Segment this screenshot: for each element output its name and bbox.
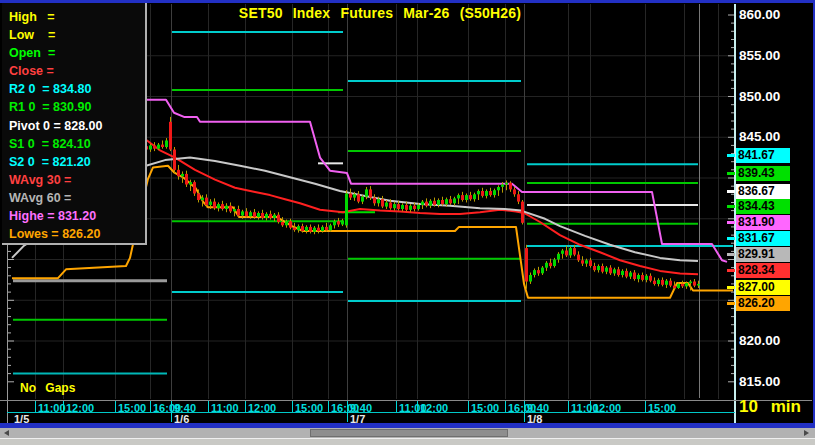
candle-body [233, 209, 236, 211]
candle-body [341, 220, 344, 224]
scroll-right-icon[interactable] [804, 430, 809, 436]
candle-body [281, 222, 284, 225]
candle-body [697, 284, 700, 286]
price-axis-label: 860.00 [739, 7, 780, 22]
candle-body [257, 213, 260, 217]
candle-body [205, 198, 208, 205]
candle-body [377, 199, 380, 203]
candle-body [581, 260, 584, 263]
candle-body [165, 141, 168, 148]
candle-body [325, 227, 328, 230]
candle-body [465, 195, 468, 200]
candle-body [681, 284, 684, 286]
candle-body [613, 269, 616, 273]
candle-body [373, 198, 376, 204]
candle-body [433, 201, 436, 205]
candle-body [337, 221, 340, 224]
candle-body [393, 204, 396, 208]
legend-row: Low = [9, 26, 145, 44]
candle-body [293, 228, 296, 230]
scrollbar-thumb[interactable] [310, 429, 508, 437]
candle-body [461, 195, 464, 200]
candle-body [265, 214, 268, 218]
candle-body [653, 281, 656, 284]
candle-body [673, 286, 676, 288]
candle-body [213, 202, 216, 209]
price-tag-label: 831.90 [736, 215, 790, 230]
price-axis-label: 820.00 [739, 333, 780, 348]
candle-body [429, 201, 432, 206]
candle-body [353, 194, 356, 197]
candle-body [569, 248, 572, 255]
candle-body [645, 276, 648, 280]
candle-body [421, 202, 424, 205]
candle-body [493, 190, 496, 195]
candle-body [313, 228, 316, 232]
candle-body [505, 183, 508, 185]
candle-body [329, 225, 332, 230]
candle-body [149, 145, 152, 149]
legend-row: S1 0 = 824.10 [9, 135, 145, 153]
trading-app-window: SET50 Index Futures Mar-26 (S50H26) High… [0, 0, 815, 445]
candle-body [157, 145, 160, 149]
legend-row: Open = [9, 44, 145, 62]
candle-body [409, 206, 412, 210]
candle-body [305, 227, 308, 231]
candle-body [173, 150, 176, 170]
candle-body [225, 206, 228, 209]
candle-body [317, 228, 320, 231]
candle-body [357, 194, 360, 201]
candle-body [509, 183, 512, 190]
candle-body [549, 263, 552, 266]
legend-panel: High =Low =Open =Close =R2 0 = 834.80R1 … [2, 3, 147, 245]
candle-body [209, 202, 212, 205]
candle-body [365, 189, 368, 196]
candle-body [641, 275, 644, 280]
legend-row: R1 0 = 830.90 [9, 98, 145, 116]
price-tag-label: 841.67 [736, 148, 790, 163]
candle-body [185, 174, 188, 185]
no-gaps-label: No Gaps [20, 381, 75, 395]
candle-body [525, 248, 528, 281]
candle-body [221, 204, 224, 209]
candle-body [457, 195, 460, 198]
time-tick-label: 11:00 [38, 402, 66, 414]
candle-body [241, 211, 244, 215]
candle-body [397, 204, 400, 209]
time-tick-label: 12:00 [248, 402, 276, 414]
candle-body [605, 268, 608, 272]
candle-body [473, 194, 476, 199]
window-bottom-strip [0, 438, 815, 445]
candle-body [497, 187, 500, 190]
candle-body [557, 254, 560, 260]
candle-body [481, 191, 484, 196]
candle-body [621, 271, 624, 275]
candle-body [637, 275, 640, 279]
candle-body [269, 214, 272, 218]
candle-body [245, 211, 248, 216]
candle-body [585, 260, 588, 263]
candle-body [381, 199, 384, 206]
candle-body [513, 189, 516, 194]
candle-body [649, 276, 652, 281]
candle-body [665, 281, 668, 285]
time-tick-label: 15:00 [295, 402, 323, 414]
highest-line [146, 100, 727, 262]
scroll-left-icon[interactable] [4, 430, 9, 436]
candle-body [517, 194, 520, 201]
time-tick-label: 15:00 [648, 402, 676, 414]
candle-body [629, 273, 632, 277]
candle-body [609, 268, 612, 274]
candle-body [625, 271, 628, 277]
candle-body [601, 266, 604, 272]
candle-body [277, 215, 280, 222]
legend-row: Pivot 0 = 828.00 [9, 117, 145, 135]
candle-body [501, 185, 504, 187]
horizontal-scrollbar[interactable] [0, 428, 815, 438]
candle-body [309, 227, 312, 232]
candle-body [533, 270, 536, 275]
time-tick-label: 12:00 [593, 402, 621, 414]
legend-row: WAvg 60 = [9, 189, 145, 207]
candle-body [677, 284, 680, 288]
candle-body [577, 255, 580, 261]
